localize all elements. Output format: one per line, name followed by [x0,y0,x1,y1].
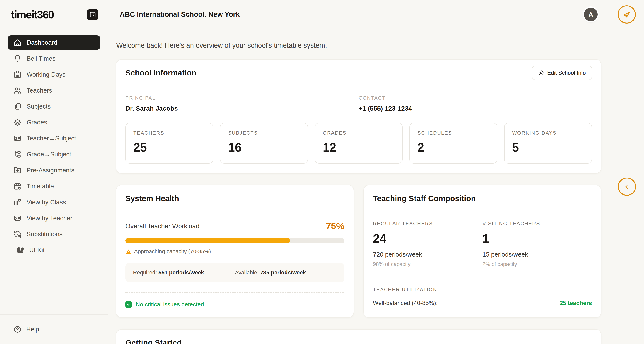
stat-box-subjects: SUBJECTS 16 [220,123,308,164]
workload-percent: 75% [326,221,344,231]
sidebar-item-grade-subject[interactable]: Grade→Subject [8,147,100,162]
top-header: ABC International School. New York A [108,0,609,29]
getting-started-card: Getting Started Complete these steps in … [116,329,602,344]
sidebar-item-label: Pre-Assignments [26,167,74,174]
teacher-utilization-label: TEACHER UTILIZATION [373,287,592,292]
sidebar-nav: Dashboard Bell Times Working Days Teache… [0,29,108,314]
calendar-cog-icon [14,182,21,190]
id-card-icon [14,214,21,222]
sidebar-item-label: Substitutions [26,230,62,238]
stat-value: 16 [228,140,300,155]
sidebar-item-working-days[interactable]: Working Days [8,67,100,82]
stat-value: 12 [323,140,394,155]
sidebar-item-grades[interactable]: Grades [8,115,100,130]
capacity-warning: Approaching capacity (70-85%) [126,248,344,255]
id-card-icon [14,135,21,142]
sidebar-item-view-by-class[interactable]: View by Class [8,195,100,209]
sidebar-item-label: Timetable [26,183,54,190]
sidebar-help[interactable]: Help [0,314,108,344]
principal-contact-grid: PRINCIPAL Dr. Sarah Jacobs CONTACT +1 (5… [126,95,592,112]
stat-box-grades: GRADES 12 [315,123,402,164]
panel-left-close-icon [90,12,96,18]
panel-toggle-button[interactable] [618,178,636,196]
folder-plus-icon [14,166,21,174]
sidebar-item-teacher-subject[interactable]: Teacher→Subject [8,131,100,146]
school-information-card: School Information Edit School Info PRIN… [116,59,602,174]
chevron-left-icon [623,182,631,191]
getting-started-header: Getting Started [116,329,601,344]
sidebar-item-ui-kit[interactable]: UI Kit [8,243,100,257]
sidebar-item-label: UI Kit [29,246,45,254]
sidebar: timeit360 Dashboard Bell Ti [0,0,108,344]
stat-value: 25 [133,140,205,155]
sidebar-collapse-button[interactable] [87,9,98,20]
status-message: No critical issues detected [136,301,204,308]
available-cell: Available: 735 periods/week [235,269,337,276]
regular-teachers-periods: 720 periods/week [373,251,482,258]
edit-school-info-button[interactable]: Edit School Info [532,66,592,80]
sidebar-item-label: Teacher→Subject [26,135,76,142]
regular-teachers-capacity: 98% of capacity [373,261,482,267]
home-icon [14,39,21,46]
help-circle-icon [14,325,21,333]
welcome-message: Welcome back! Here's an overview of your… [116,42,602,50]
stat-value: 2 [417,140,489,155]
divider [373,277,592,277]
visiting-teachers-capacity: 2% of capacity [482,261,592,267]
sidebar-item-label: Teachers [26,87,52,94]
right-utility-strip [609,0,644,344]
staff-composition-body: REGULAR TEACHERS 24 720 periods/week 98%… [364,212,601,316]
regular-teachers-count: 24 [373,231,482,245]
sidebar-item-dashboard[interactable]: Dashboard [8,35,100,50]
assistant-button[interactable] [618,5,636,24]
stat-label: SUBJECTS [228,130,300,136]
school-name-title: ABC International School. New York [120,11,240,19]
stat-label: TEACHERS [133,130,205,136]
tree-icon [14,151,21,158]
card-title: School Information [126,68,196,77]
sidebar-item-label: View by Teacher [26,215,72,222]
staff-grid: REGULAR TEACHERS 24 720 periods/week 98%… [373,221,592,267]
warning-triangle-icon [126,249,132,255]
card-title: Teaching Staff Composition [373,194,476,203]
school-stats-row: TEACHERS 25 SUBJECTS 16 GRADES 12 SCHE [126,123,592,164]
balanced-value: 25 teachers [560,300,592,306]
available-label: Available: [235,269,260,276]
available-value: 735 periods/week [260,269,306,276]
visiting-teachers-count: 1 [482,231,592,245]
stat-label: WORKING DAYS [512,130,584,136]
school-information-body: PRINCIPAL Dr. Sarah Jacobs CONTACT +1 (5… [116,86,601,173]
card-title: System Health [126,194,179,203]
sidebar-item-subjects[interactable]: Subjects [8,99,100,114]
sidebar-item-timetable[interactable]: Timetable [8,179,100,193]
app-root: timeit360 Dashboard Bell Ti [0,0,644,344]
stat-box-schedules: SCHEDULES 2 [410,123,497,164]
utilization-row: Well-balanced (40-85%): 25 teachers [373,300,592,306]
card-title: Getting Started [126,338,182,344]
workload-row: Overall Teacher Workload 75% [126,221,344,231]
balanced-label: Well-balanced (40-85%): [373,300,438,306]
main-content: Welcome back! Here's an overview of your… [108,29,609,344]
sidebar-item-teachers[interactable]: Teachers [8,83,100,98]
checkbox-checked-icon [126,301,132,308]
sidebar-item-bell-times[interactable]: Bell Times [8,51,100,66]
principal-block: PRINCIPAL Dr. Sarah Jacobs [126,95,359,112]
workload-label: Overall Teacher Workload [126,222,200,230]
regular-teachers-block: REGULAR TEACHERS 24 720 periods/week 98%… [373,221,482,267]
sidebar-item-view-by-teacher[interactable]: View by Teacher [8,211,100,225]
sidebar-item-label: Grade→Subject [26,151,71,158]
origami-icon [622,10,631,19]
visiting-teachers-label: VISITING TEACHERS [482,221,592,227]
contact-value: +1 (555) 123-1234 [359,105,592,112]
required-value: 551 periods/week [158,269,204,276]
brand-logo: timeit360 [11,8,54,21]
sidebar-item-label: Subjects [26,103,51,110]
sidebar-item-substitutions[interactable]: Substitutions [8,227,100,241]
edit-button-label: Edit School Info [547,70,586,76]
capacity-note-text: Approaching capacity (70-85%) [134,248,211,255]
sidebar-item-pre-assignments[interactable]: Pre-Assignments [8,163,100,178]
user-avatar[interactable]: A [584,8,598,21]
regular-teachers-label: REGULAR TEACHERS [373,221,482,227]
required-label: Required: [133,269,158,276]
staff-composition-card: Teaching Staff Composition REGULAR TEACH… [364,185,602,318]
